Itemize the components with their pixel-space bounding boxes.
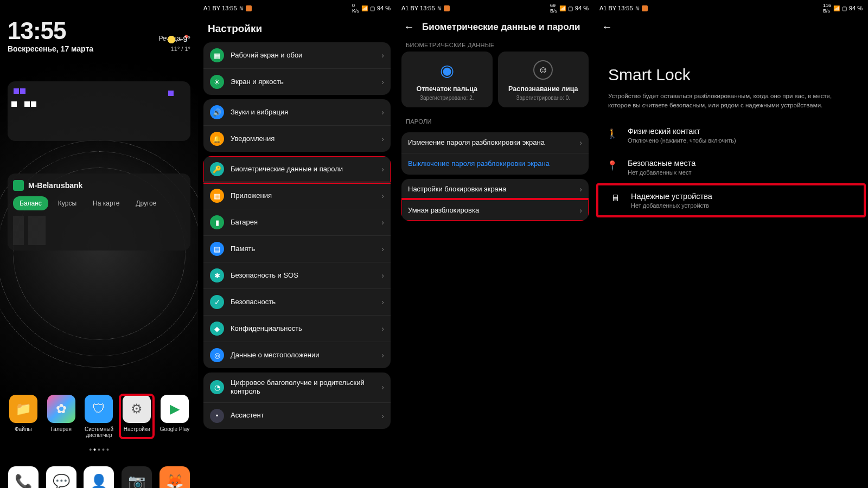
chevron-right-icon: › <box>381 412 384 420</box>
row-icon: ✱ <box>210 268 224 282</box>
settings-row[interactable]: Изменение пароля разблокировки экрана› <box>401 132 589 153</box>
dock-messages[interactable]: 💬 <box>46 466 76 488</box>
smartlock-row[interactable]: 🚶Физический контактОтключено (нажмите, ч… <box>594 119 868 151</box>
chevron-right-icon: › <box>381 383 384 391</box>
chevron-right-icon: › <box>381 218 384 227</box>
weather-widget[interactable]: +9° 11° / 1° <box>165 34 190 53</box>
face-icon: ☺ <box>533 60 553 80</box>
row-label: Биометрические данные и пароли <box>231 165 375 174</box>
settings-row[interactable]: ◆Конфиденциальность› <box>203 315 391 342</box>
row-label: Выключение пароля разблокировки экрана <box>408 159 582 168</box>
row-label: Умная разблокировка <box>408 206 573 215</box>
row-icon: ▤ <box>210 242 224 256</box>
dock-phone[interactable]: 📞 <box>8 466 39 488</box>
music-widget[interactable] <box>8 81 190 141</box>
settings-row[interactable]: 🔊Звуки и вибрация› <box>203 99 391 125</box>
chevron-right-icon: › <box>381 271 384 280</box>
row-icon: ◎ <box>210 348 224 362</box>
settings-row[interactable]: Выключение пароля разблокировки экрана <box>401 153 589 174</box>
page-title: Биометрические данные и пароли <box>422 22 580 33</box>
dock-camera[interactable]: 📷 <box>122 466 152 488</box>
settings-row[interactable]: 🔑Биометрические данные и пароли› <box>203 156 391 182</box>
back-button[interactable]: ← <box>404 21 414 33</box>
row-icon: 🔑 <box>210 162 224 176</box>
settings-row[interactable]: ▦Рабочий экран и обои› <box>203 42 391 68</box>
settings-row[interactable]: ◔Цифровое благополучие и родительский ко… <box>203 373 391 402</box>
app-files[interactable]: 📁Файлы <box>7 395 40 438</box>
chevron-right-icon: › <box>381 324 384 333</box>
row-icon: 📍 <box>606 160 618 171</box>
chevron-right-icon: › <box>381 108 384 117</box>
row-subtitle: Нет добавленных мест <box>628 169 695 176</box>
bank-tab-rates[interactable]: Курсы <box>52 196 83 210</box>
app-gallery[interactable]: ✿Галерея <box>44 395 78 438</box>
row-icon: 🖥 <box>609 193 621 204</box>
page-description: Устройство будет оставаться разблокирова… <box>594 92 868 119</box>
row-icon: ☀ <box>210 75 224 89</box>
row-subtitle: Нет добавленных устройств <box>631 202 712 209</box>
bank-tab-map[interactable]: На карте <box>86 196 126 210</box>
row-label: Настройки блокировки экрана <box>408 185 573 194</box>
status-bar: A1 BY 13:55ℕ 0K/s📶▢94 % <box>198 0 396 14</box>
row-icon: • <box>210 409 224 423</box>
row-label: Экран и яркость <box>231 78 375 86</box>
row-icon: 🚶 <box>606 128 618 139</box>
row-icon: ✓ <box>210 295 224 309</box>
chevron-right-icon: › <box>381 245 384 253</box>
fingerprint-card[interactable]: ◉ Отпечаток пальца Зарегистрировано: 2. <box>401 52 493 107</box>
row-icon: ▮ <box>210 215 224 229</box>
chevron-right-icon: › <box>381 134 384 143</box>
chevron-right-icon: › <box>381 351 384 359</box>
chevron-right-icon: › <box>381 298 384 306</box>
row-icon: ▦ <box>210 48 224 62</box>
row-label: Изменение пароля разблокировки экрана <box>408 138 573 147</box>
settings-row[interactable]: •Ассистент› <box>203 402 391 429</box>
app-settings[interactable]: ⚙Настройки <box>120 395 154 438</box>
chevron-right-icon: › <box>579 206 582 215</box>
row-label: Звуки и вибрация <box>231 108 375 117</box>
fingerprint-icon: ◉ <box>437 60 457 80</box>
chevron-right-icon: › <box>381 78 384 86</box>
chevron-right-icon: › <box>381 51 384 60</box>
app-system-manager[interactable]: 🛡Системный диспетчер <box>82 395 116 438</box>
status-bar: A1 BY 13:55ℕ 69B/s📶▢94 % <box>396 0 594 14</box>
row-icon: 🔊 <box>210 105 224 119</box>
row-label: Батарея <box>231 218 375 227</box>
settings-row[interactable]: ✱Безопасность и SOS› <box>203 262 391 288</box>
date-label: Воскресенье, 17 марта <box>8 44 190 53</box>
settings-row[interactable]: ✓Безопасность› <box>203 288 391 315</box>
row-icon: ◔ <box>210 380 224 394</box>
settings-row[interactable]: Настройки блокировки экрана› <box>401 179 589 200</box>
smartlock-row[interactable]: 📍Безопасные местаНет добавленных мест <box>594 151 868 183</box>
row-label: Конфиденциальность <box>231 324 375 333</box>
row-label: Приложения <box>231 191 375 200</box>
back-button[interactable]: ← <box>602 21 612 33</box>
bank-tab-other[interactable]: Другое <box>129 196 163 210</box>
row-subtitle: Отключено (нажмите, чтобы включить) <box>628 137 736 144</box>
settings-row[interactable]: 🔔Уведомления› <box>203 125 391 152</box>
row-title: Безопасные места <box>628 159 695 168</box>
status-bar: A1 BY 13:55ℕ 116B/s📶▢94 % <box>594 0 868 14</box>
settings-row[interactable]: ◎Данные о местоположении› <box>203 342 391 368</box>
settings-row[interactable]: Умная разблокировка› <box>401 200 589 221</box>
row-label: Рабочий экран и обои <box>231 51 375 60</box>
row-label: Цифровое благополучие и родительский кон… <box>231 378 375 396</box>
settings-row[interactable]: ☀Экран и яркость› <box>203 68 391 95</box>
chevron-right-icon: › <box>381 165 384 174</box>
settings-row[interactable]: ▤Память› <box>203 235 391 262</box>
row-label: Ассистент <box>231 411 375 420</box>
bank-tab-balance[interactable]: Баланс <box>13 196 48 210</box>
bank-widget[interactable]: M-Belarusbank Баланс Курсы На карте Друг… <box>8 174 190 251</box>
app-google-play[interactable]: ▶Google Play <box>158 395 192 438</box>
settings-row[interactable]: ▦Приложения› <box>203 182 391 209</box>
settings-row[interactable]: ▮Батарея› <box>203 209 391 235</box>
dock-firefox[interactable]: 🦊 <box>159 466 190 488</box>
row-icon: ▦ <box>210 189 224 203</box>
row-label: Память <box>231 245 375 253</box>
smartlock-row[interactable]: 🖥Надежные устройстваНет добавленных устр… <box>597 184 865 216</box>
dock-contacts[interactable]: 👤 <box>84 466 114 488</box>
chevron-right-icon: › <box>579 185 582 194</box>
face-card[interactable]: ☺ Распознавание лица Зарегистрировано: 0… <box>498 52 589 107</box>
row-label: Уведомления <box>231 134 375 143</box>
page-indicator: ● ● ● ● ● <box>0 447 198 452</box>
